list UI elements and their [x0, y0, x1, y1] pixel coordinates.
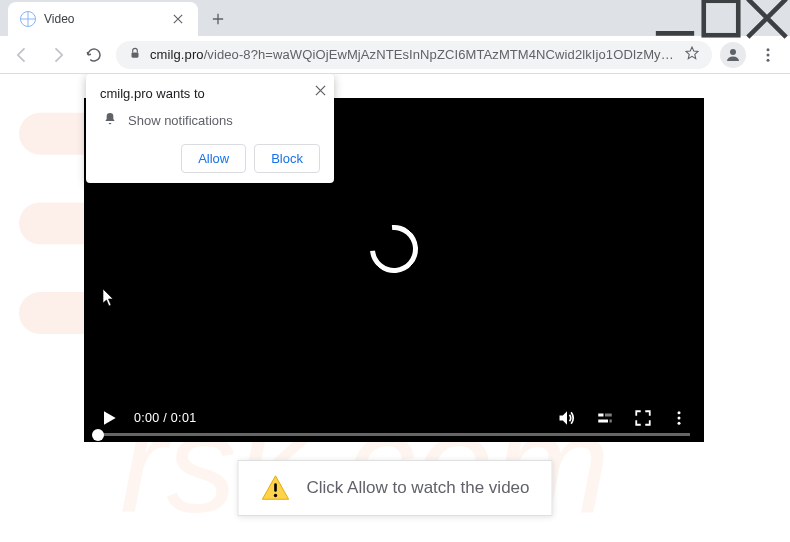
- svg-point-4: [767, 53, 770, 56]
- lock-icon: [128, 46, 142, 64]
- loading-spinner-icon: [370, 225, 418, 273]
- time-total: 0:01: [171, 411, 197, 425]
- profile-avatar-button[interactable]: [720, 42, 746, 68]
- bell-icon: [102, 111, 118, 130]
- tab-strip: Video: [0, 0, 652, 36]
- seek-thumb[interactable]: [92, 429, 104, 441]
- browser-tab[interactable]: Video: [8, 2, 198, 36]
- svg-rect-9: [605, 414, 612, 417]
- svg-point-16: [274, 494, 277, 497]
- close-tab-button[interactable]: [170, 11, 186, 27]
- settings-button[interactable]: [592, 407, 618, 429]
- block-button[interactable]: Block: [254, 144, 320, 173]
- svg-point-3: [767, 48, 770, 51]
- volume-button[interactable]: [556, 407, 578, 429]
- allow-prompt-card: Click Allow to watch the video: [238, 460, 553, 516]
- maximize-button[interactable]: [698, 0, 744, 36]
- forward-button[interactable]: [44, 41, 72, 69]
- permission-label: Show notifications: [128, 113, 233, 128]
- svg-rect-1: [132, 52, 139, 57]
- video-time: 0:00 / 0:01: [134, 411, 196, 425]
- svg-point-5: [767, 58, 770, 61]
- globe-icon: [20, 11, 36, 27]
- svg-rect-11: [610, 420, 612, 423]
- permission-row: Show notifications: [100, 111, 320, 130]
- minimize-button[interactable]: [652, 0, 698, 36]
- prompt-text: Click Allow to watch the video: [307, 478, 530, 498]
- fullscreen-button[interactable]: [632, 407, 654, 429]
- svg-rect-10: [598, 420, 608, 423]
- svg-point-2: [730, 49, 736, 55]
- allow-button[interactable]: Allow: [181, 144, 246, 173]
- url-text: cmilg.pro/video-8?h=waWQiOjEwMjAzNTEsInN…: [150, 47, 676, 62]
- svg-rect-0: [704, 1, 739, 36]
- notification-permission-dialog: cmilg.pro wants to Show notifications Al…: [86, 74, 334, 183]
- svg-point-12: [678, 411, 681, 414]
- url-domain: cmilg.pro: [150, 47, 204, 62]
- browser-toolbar: cmilg.pro/video-8?h=waWQiOjEwMjAzNTEsInN…: [0, 36, 790, 74]
- dialog-close-button[interactable]: [315, 82, 326, 100]
- mouse-cursor-icon: [102, 288, 116, 312]
- svg-point-14: [678, 422, 681, 425]
- dialog-title: cmilg.pro wants to: [100, 86, 320, 101]
- time-separator: /: [160, 411, 171, 425]
- svg-point-13: [678, 417, 681, 420]
- svg-rect-15: [274, 483, 277, 491]
- new-tab-button[interactable]: [204, 5, 232, 33]
- reload-button[interactable]: [80, 41, 108, 69]
- time-current: 0:00: [134, 411, 160, 425]
- bookmark-star-icon[interactable]: [684, 45, 700, 65]
- window-top: Video: [0, 0, 790, 36]
- window-controls: [652, 0, 790, 36]
- more-options-button[interactable]: [668, 407, 690, 429]
- back-button[interactable]: [8, 41, 36, 69]
- browser-menu-button[interactable]: [754, 41, 782, 69]
- close-window-button[interactable]: [744, 0, 790, 36]
- tab-title: Video: [44, 12, 162, 26]
- page-viewport: rsk.com 0:00 / 0:01: [0, 74, 790, 542]
- url-path: /video-8?h=waWQiOjEwMjAzNTEsInNpZCI6MTAz…: [204, 47, 676, 62]
- address-bar[interactable]: cmilg.pro/video-8?h=waWQiOjEwMjAzNTEsInN…: [116, 41, 712, 69]
- svg-rect-8: [598, 414, 603, 417]
- play-button[interactable]: [98, 407, 120, 429]
- seek-bar[interactable]: [98, 433, 690, 436]
- warning-icon: [261, 473, 291, 503]
